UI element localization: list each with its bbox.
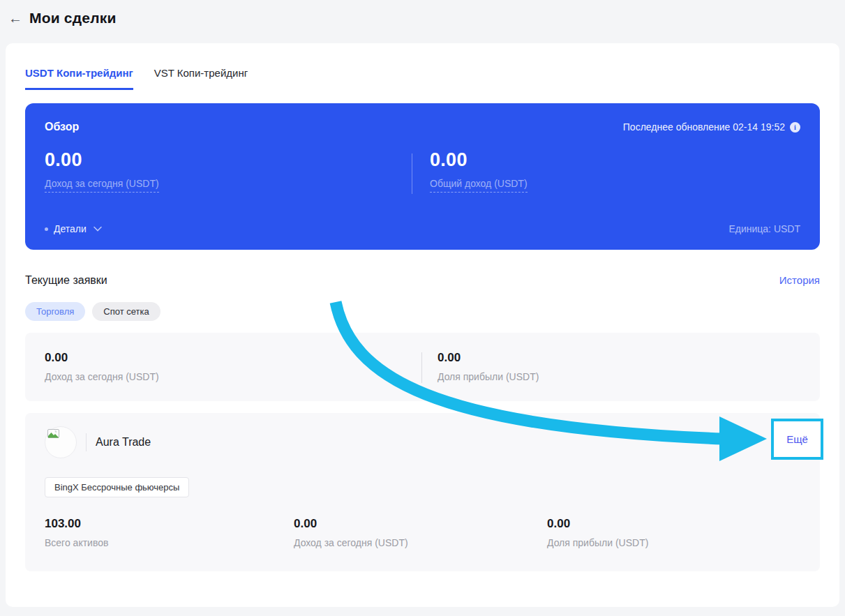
trader-stat-income-today: 0.00 Доход за сегодня (USDT): [294, 517, 547, 548]
trader-avatar: [45, 426, 77, 458]
stat-label: Доход за сегодня (USDT): [294, 537, 547, 548]
trader-card[interactable]: Aura Trade BingX Бессрочные фьючерсы 103…: [25, 413, 820, 571]
more-button-highlight[interactable]: Ещё: [771, 419, 823, 460]
overview-title: Обзор: [45, 121, 79, 133]
stat-value: 103.00: [45, 517, 294, 531]
stat-income-today: 0.00 Доход за сегодня (USDT): [45, 149, 412, 194]
main-card: USDT Копи-трейдинг VST Копи-трейдинг Обз…: [6, 43, 839, 607]
tab-vst-copy-trading[interactable]: VST Копи-трейдинг: [154, 67, 248, 90]
details-toggle[interactable]: Детали: [45, 223, 102, 234]
stat-label: Доля прибыли (USDT): [438, 371, 539, 382]
info-icon[interactable]: i: [790, 122, 800, 133]
tab-usdt-copy-trading[interactable]: USDT Копи-трейдинг: [25, 67, 133, 90]
stat-label[interactable]: Доход за сегодня (USDT): [45, 178, 159, 193]
stat-value: 0.00: [430, 149, 528, 171]
stat-label: Доход за сегодня (USDT): [45, 371, 421, 382]
chevron-down-icon: [94, 226, 102, 232]
overview-banner: Обзор Последнее обновление 02-14 19:52 i…: [25, 103, 820, 250]
back-icon[interactable]: ←: [8, 11, 22, 25]
broken-image-icon: [47, 429, 59, 440]
details-label: Детали: [54, 223, 87, 234]
filter-chips: Торговля Спот сетка: [25, 302, 820, 321]
unit-label: Единица: USDT: [728, 223, 800, 234]
chip-spot-grid[interactable]: Спот сетка: [92, 302, 160, 321]
stat-label: Доля прибыли (USDT): [547, 537, 648, 548]
stat-value: 0.00: [45, 351, 421, 365]
trader-stat-profit-share: 0.00 Доля прибыли (USDT): [547, 517, 648, 548]
section-title-current-orders: Текущие заявки: [25, 274, 107, 287]
stat-total-income: 0.00 Общий доход (USDT): [412, 149, 528, 194]
page-header: ← Мои сделки: [0, 0, 845, 29]
summary-stat-income-today: 0.00 Доход за сегодня (USDT): [45, 351, 421, 383]
name-divider: [86, 433, 87, 451]
more-button[interactable]: Ещё: [786, 433, 808, 445]
tab-bar: USDT Копи-трейдинг VST Копи-трейдинг: [25, 43, 820, 90]
stat-value: 0.00: [438, 351, 539, 365]
stat-value: 0.00: [294, 517, 547, 531]
bullet-icon: [45, 227, 48, 231]
summary-stat-profit-share: 0.00 Доля прибыли (USDT): [422, 351, 539, 383]
stat-value: 0.00: [547, 517, 648, 531]
trader-stat-total-assets: 103.00 Всего активов: [45, 517, 294, 548]
summary-card: 0.00 Доход за сегодня (USDT) 0.00 Доля п…: [25, 333, 820, 401]
stat-value: 0.00: [45, 149, 412, 171]
page-title: Мои сделки: [29, 10, 117, 27]
trader-name[interactable]: Aura Trade: [96, 436, 151, 449]
stat-label: Всего активов: [45, 537, 294, 548]
history-link[interactable]: История: [779, 274, 820, 286]
trader-badge: BingX Бессрочные фьючерсы: [45, 477, 189, 497]
last-update: Последнее обновление 02-14 19:52 i: [623, 121, 800, 133]
chip-trading[interactable]: Торговля: [25, 302, 85, 321]
stat-label[interactable]: Общий доход (USDT): [430, 178, 528, 193]
last-update-text: Последнее обновление 02-14 19:52: [623, 121, 785, 133]
